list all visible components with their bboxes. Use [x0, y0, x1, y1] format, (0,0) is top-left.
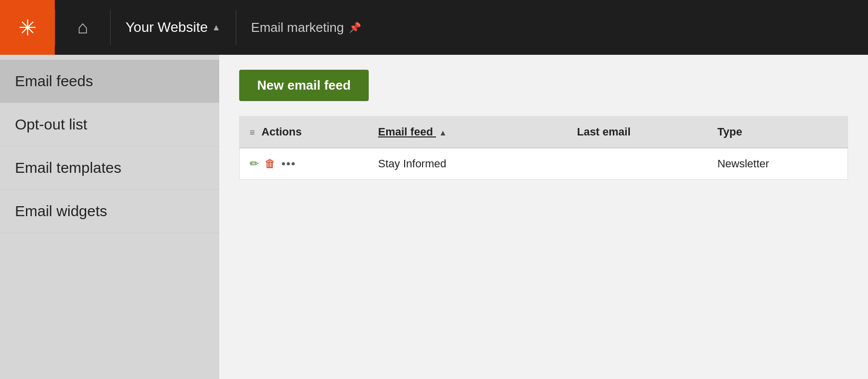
new-email-feed-button[interactable]: New email feed: [239, 70, 369, 101]
actions-column-label[interactable]: Actions: [262, 126, 302, 138]
type-column-label: Type: [718, 126, 742, 138]
delete-icon[interactable]: 🗑: [265, 157, 276, 170]
home-button[interactable]: ⌂: [55, 0, 110, 55]
sidebar-item-label: Email feeds: [15, 73, 93, 89]
edit-icon[interactable]: ✏: [250, 157, 259, 170]
section-label: Email marketing 📌: [236, 0, 376, 55]
top-navigation: ✳ ⌂ Your Website ▲ Email marketing 📌: [0, 0, 868, 55]
sidebar-item-label: Opt-out list: [15, 116, 87, 132]
table-menu-icon[interactable]: ≡: [250, 127, 255, 137]
sort-arrow-icon: ▲: [439, 128, 447, 137]
row-actions: ✏ 🗑 •••: [240, 148, 368, 180]
email-feed-column-label: Email feed: [378, 126, 433, 138]
sidebar-item-opt-out-list[interactable]: Opt-out list: [0, 103, 219, 146]
row-last-email: [567, 148, 708, 180]
home-icon: ⌂: [77, 17, 88, 38]
sidebar-item-email-templates[interactable]: Email templates: [0, 146, 219, 190]
sidebar-item-label: Email templates: [15, 159, 121, 176]
column-header-actions: ≡ Actions: [240, 117, 368, 148]
section-name: Email marketing: [251, 20, 344, 35]
action-icons-group: ✏ 🗑 •••: [250, 157, 358, 170]
column-header-type: Type: [708, 117, 848, 148]
row-email-feed: Stay Informed: [368, 148, 567, 180]
main-layout: Email feeds Opt-out list Email templates…: [0, 55, 868, 379]
pin-icon[interactable]: 📌: [349, 21, 361, 33]
more-options-icon[interactable]: •••: [282, 157, 296, 170]
sidebar-item-email-feeds[interactable]: Email feeds: [0, 60, 219, 103]
row-type: Newsletter: [708, 148, 848, 180]
column-header-email-feed[interactable]: Email feed ▲: [368, 117, 567, 148]
logo-box[interactable]: ✳: [0, 0, 55, 55]
sidebar-item-label: Email widgets: [15, 203, 107, 219]
sidebar-item-email-widgets[interactable]: Email widgets: [0, 190, 219, 233]
last-email-column-label: Last email: [577, 126, 631, 138]
email-feeds-table: ≡ Actions Email feed ▲ Last email Type: [239, 116, 848, 180]
sidebar: Email feeds Opt-out list Email templates…: [0, 55, 219, 379]
logo-icon: ✳: [18, 15, 37, 40]
site-dropdown-arrow: ▲: [212, 22, 221, 33]
table-row: ✏ 🗑 ••• Stay Informed Newsletter: [240, 148, 848, 180]
site-selector[interactable]: Your Website ▲: [111, 0, 236, 55]
column-header-last-email: Last email: [567, 117, 708, 148]
table-header-row: ≡ Actions Email feed ▲ Last email Type: [240, 117, 848, 148]
site-name: Your Website: [126, 19, 208, 35]
content-area: New email feed ≡ Actions Email feed ▲ La…: [219, 55, 868, 379]
